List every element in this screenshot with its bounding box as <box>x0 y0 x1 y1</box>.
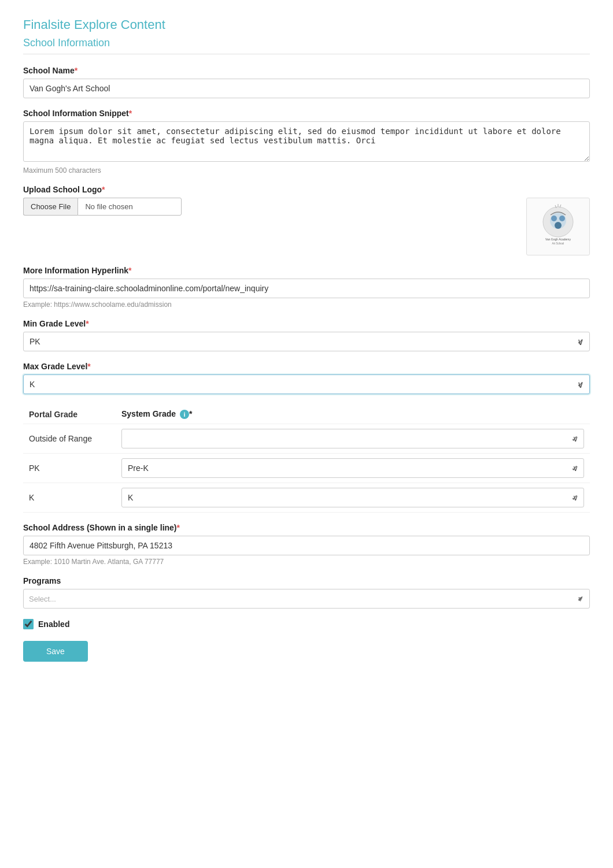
grade-mapping-row: PKPre-KK12∨ <box>23 454 590 483</box>
system-grade-select[interactable]: Pre-KK12 <box>121 488 584 507</box>
system-grade-header: System Grade i* <box>116 405 590 424</box>
page-main-title: Finalsite Explore Content <box>23 17 590 32</box>
svg-text:Art School: Art School <box>552 242 564 245</box>
school-address-hint: Example: 1010 Martin Ave. Atlanta, GA 77… <box>23 558 590 566</box>
system-grade-select[interactable]: Pre-KK12 <box>121 458 584 478</box>
svg-point-2 <box>551 216 557 221</box>
school-address-label: School Address (Shown in a single line)* <box>23 523 590 532</box>
enabled-row: Enabled <box>23 619 590 629</box>
grade-mapping-group: Portal Grade System Grade i* Outside of … <box>23 405 590 513</box>
more-info-hyperlink-group: More Information Hyperlink* Example: htt… <box>23 266 590 309</box>
grade-mapping-row: Outside of RangePre-KK12∨ <box>23 424 590 454</box>
portal-grade-header: Portal Grade <box>23 405 116 424</box>
programs-select[interactable] <box>23 589 590 609</box>
school-name-label: School Name* <box>23 66 590 75</box>
school-info-snippet-label: School Information Snippet* <box>23 109 590 118</box>
upload-row: Choose File No file chosen Van Gogh Acad… <box>23 198 590 255</box>
school-logo-preview: Van Gogh Academy Art School <box>526 198 590 255</box>
max-grade-level-label: Max Grade Level* <box>23 362 590 371</box>
programs-label: Programs <box>23 576 590 585</box>
grade-mapping-row: KPre-KK12∨ <box>23 483 590 513</box>
upload-logo-label: Upload School Logo* <box>23 185 590 194</box>
min-grade-level-select-wrapper: PK K 1 2 ∨ <box>23 332 590 351</box>
system-grade-cell: Pre-KK12∨ <box>116 424 590 454</box>
svg-point-4 <box>555 222 562 229</box>
file-input-wrapper: Choose File No file chosen <box>23 198 515 216</box>
section-title: School Information <box>23 37 590 54</box>
system-grade-info-icon[interactable]: i <box>180 410 189 419</box>
svg-text:Van Gogh Academy: Van Gogh Academy <box>545 238 571 241</box>
system-grade-select-wrapper: Pre-KK12∨ <box>121 488 584 507</box>
school-logo-svg: Van Gogh Academy Art School <box>532 203 584 250</box>
choose-file-button[interactable]: Choose File <box>23 198 77 216</box>
school-info-snippet-textarea[interactable]: Lorem ipsum dolor sit amet, consectetur … <box>23 121 590 162</box>
upload-logo-group: Upload School Logo* Choose File No file … <box>23 185 590 255</box>
save-button[interactable]: Save <box>23 641 88 662</box>
upload-left: Choose File No file chosen <box>23 198 515 216</box>
max-grade-level-select-wrapper: PK K 1 2 ∨ <box>23 374 590 394</box>
svg-point-3 <box>559 216 565 221</box>
portal-grade-cell: PK <box>23 454 116 483</box>
min-grade-level-select[interactable]: PK K 1 2 <box>23 332 590 351</box>
system-grade-select-wrapper: Pre-KK12∨ <box>121 429 584 448</box>
max-grade-level-select[interactable]: PK K 1 2 <box>23 374 590 394</box>
more-info-hyperlink-label: More Information Hyperlink* <box>23 266 590 275</box>
min-grade-level-group: Min Grade Level* PK K 1 2 ∨ <box>23 319 590 351</box>
system-grade-select[interactable]: Pre-KK12 <box>121 429 584 448</box>
system-grade-select-wrapper: Pre-KK12∨ <box>121 458 584 478</box>
more-info-hyperlink-hint: Example: https://www.schoolame.edu/admis… <box>23 301 590 309</box>
enabled-label[interactable]: Enabled <box>38 620 69 629</box>
portal-grade-cell: Outside of Range <box>23 424 116 454</box>
school-info-snippet-hint: Maximum 500 characters <box>23 166 590 175</box>
portal-grade-cell: K <box>23 483 116 513</box>
enabled-checkbox[interactable] <box>23 619 34 629</box>
school-info-snippet-group: School Information Snippet* Lorem ipsum … <box>23 109 590 175</box>
min-grade-level-label: Min Grade Level* <box>23 319 590 328</box>
school-address-group: School Address (Shown in a single line)*… <box>23 523 590 566</box>
system-grade-cell: Pre-KK12∨ <box>116 483 590 513</box>
programs-select-wrapper: ▼ Select... <box>23 589 590 609</box>
grade-mapping-table: Portal Grade System Grade i* Outside of … <box>23 405 590 513</box>
more-info-hyperlink-input[interactable] <box>23 279 590 298</box>
school-address-input[interactable] <box>23 536 590 555</box>
max-grade-level-group: Max Grade Level* PK K 1 2 ∨ <box>23 362 590 394</box>
school-name-group: School Name* <box>23 66 590 98</box>
system-grade-cell: Pre-KK12∨ <box>116 454 590 483</box>
no-file-chosen-text: No file chosen <box>77 198 182 216</box>
school-name-input[interactable] <box>23 79 590 98</box>
programs-group: Programs ▼ Select... <box>23 576 590 609</box>
